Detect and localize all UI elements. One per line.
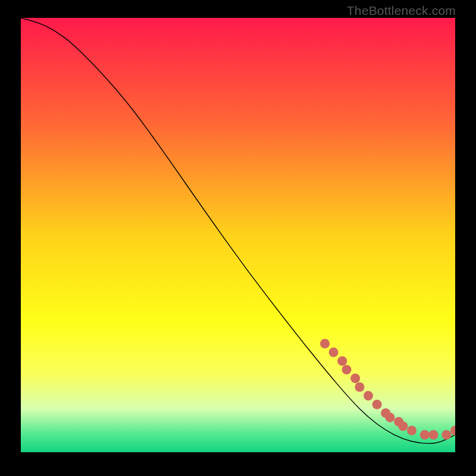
scatter-dot — [441, 430, 451, 440]
scatter-dot — [329, 347, 339, 357]
scatter-dot — [355, 382, 364, 392]
gradient-background — [21, 18, 455, 452]
scatter-dot — [420, 430, 430, 440]
chart-plot-area — [21, 18, 455, 452]
chart-stage: TheBottleneck.com — [0, 0, 476, 476]
scatter-dot — [398, 421, 408, 431]
scatter-dot — [407, 425, 416, 435]
scatter-dot — [337, 356, 347, 366]
scatter-dot — [385, 413, 394, 422]
chart-svg — [21, 18, 455, 452]
scatter-dot — [372, 400, 382, 409]
watermark-text: TheBottleneck.com — [347, 4, 456, 18]
scatter-dot — [320, 339, 330, 348]
scatter-dot — [342, 365, 351, 374]
scatter-dot — [350, 374, 360, 383]
scatter-dot — [364, 391, 373, 400]
scatter-dot — [428, 430, 438, 440]
